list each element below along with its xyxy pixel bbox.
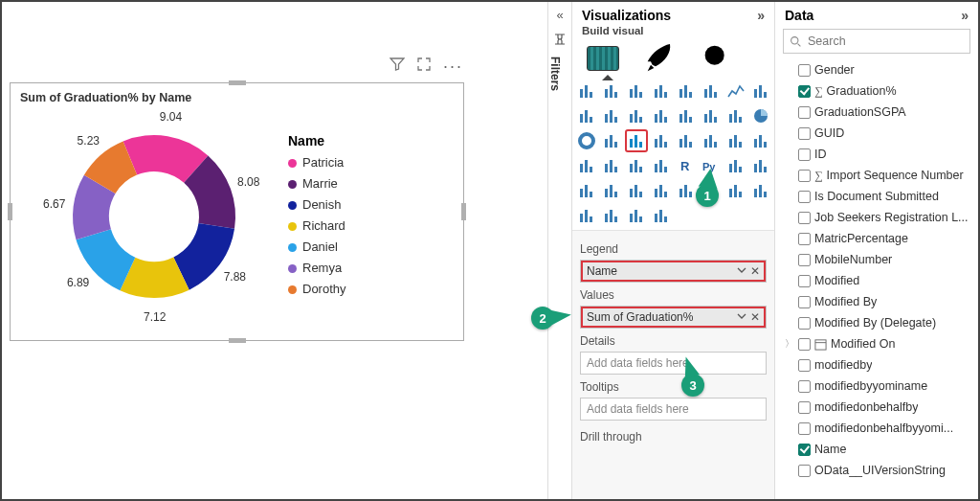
viz-type-decomposition[interactable] — [750, 155, 771, 176]
field-checkbox[interactable] — [798, 64, 811, 77]
viz-type-area-stack[interactable] — [576, 105, 597, 126]
field-checkbox[interactable] — [798, 191, 811, 203]
viz-type-area[interactable] — [750, 80, 771, 102]
legend-item[interactable]: Marrie — [288, 173, 346, 194]
field-checkbox[interactable] — [798, 401, 811, 414]
field-row[interactable]: Modified By — [775, 291, 978, 312]
tab-build-visual[interactable] — [584, 42, 622, 75]
viz-type-waterfall[interactable] — [676, 105, 697, 126]
field-row[interactable]: modifiedonbehalfby — [775, 397, 978, 418]
search-input[interactable]: Search — [783, 29, 970, 54]
field-checkbox[interactable] — [798, 254, 811, 266]
field-checkbox[interactable] — [798, 444, 811, 456]
viz-type-treemap[interactable] — [601, 130, 622, 151]
legend-item[interactable]: Denish — [288, 194, 346, 216]
viz-type-map[interactable] — [626, 130, 647, 151]
viz-type-r[interactable]: R — [676, 155, 697, 176]
viz-type-donut[interactable] — [576, 130, 597, 151]
field-checkbox[interactable] — [798, 296, 811, 308]
tooltips-well-placeholder[interactable]: Add data fields here — [580, 398, 767, 421]
field-row[interactable]: ∑Graduation% — [775, 80, 978, 102]
viz-type-bars-v[interactable] — [576, 80, 597, 102]
resize-handle-right[interactable] — [461, 203, 466, 220]
field-checkbox[interactable] — [798, 148, 811, 161]
viz-type-more1[interactable] — [725, 180, 746, 201]
remove-field-icon[interactable]: ✕ — [750, 310, 760, 324]
viz-type-bars-100[interactable] — [676, 80, 697, 102]
expand-filters-icon[interactable]: « — [548, 8, 571, 22]
donut-chart[interactable]: 9.048.087.887.126.896.675.23 — [20, 106, 288, 327]
viz-type-table[interactable] — [626, 155, 647, 176]
viz-type-azure-map[interactable] — [676, 130, 697, 151]
field-checkbox[interactable] — [798, 170, 811, 182]
details-well-placeholder[interactable]: Add data fields here — [580, 352, 767, 375]
viz-type-kpi[interactable] — [576, 155, 597, 176]
resize-handle-left[interactable] — [8, 203, 12, 220]
field-row[interactable]: OData__UIVersionString — [775, 460, 978, 481]
field-checkbox[interactable] — [798, 275, 811, 287]
remove-field-icon[interactable]: ✕ — [750, 264, 760, 278]
viz-type-funnel[interactable] — [701, 105, 722, 126]
field-checkbox[interactable] — [798, 127, 811, 140]
legend-item[interactable]: Richard — [288, 216, 346, 237]
field-list[interactable]: Gender∑Graduation%GraduationSGPAGUIDID∑I… — [775, 57, 978, 500]
field-checkbox[interactable] — [798, 465, 811, 477]
chevron-right-icon[interactable]: 〉 — [785, 337, 794, 351]
filter-icon[interactable] — [390, 57, 405, 76]
report-canvas[interactable]: ··· Sum of Graduation% by Name 9.048.087… — [2, 2, 547, 500]
tab-analytics[interactable] — [699, 42, 737, 75]
viz-type-powerapps[interactable] — [676, 180, 697, 201]
field-checkbox[interactable] — [798, 85, 811, 98]
chevron-down-icon[interactable] — [737, 310, 746, 324]
field-checkbox[interactable] — [798, 106, 811, 119]
viz-type-custom2[interactable] — [601, 205, 622, 226]
collapse-data-icon[interactable]: » — [961, 8, 969, 23]
field-row[interactable]: GUID — [775, 123, 978, 144]
chevron-down-icon[interactable] — [737, 264, 746, 278]
field-row[interactable]: ID — [775, 144, 978, 165]
field-row[interactable]: Modified — [775, 270, 978, 291]
resize-handle-top[interactable] — [229, 80, 246, 85]
field-row[interactable]: modifiedonbehalfbyyomi... — [775, 418, 978, 439]
collapse-visualizations-icon[interactable]: » — [757, 8, 765, 23]
field-row[interactable]: Name — [775, 439, 978, 460]
viz-type-bars-h[interactable] — [626, 80, 647, 102]
viz-type-arcgis[interactable] — [651, 180, 672, 201]
viz-type-paginated[interactable] — [626, 180, 647, 201]
field-row[interactable]: modifiedbyyominame — [775, 376, 978, 397]
viz-type-filled-map[interactable] — [651, 130, 672, 151]
legend-item[interactable]: Daniel — [288, 237, 346, 258]
viz-type-multi-card[interactable] — [750, 130, 771, 151]
filters-pane-collapsed[interactable]: « Filters — [547, 2, 572, 500]
values-well-field[interactable]: Sum of Graduation% ✕ — [580, 306, 767, 329]
legend-item[interactable]: Dorothy — [288, 279, 346, 300]
viz-type-line-chart[interactable] — [725, 80, 746, 102]
focus-mode-icon[interactable] — [416, 57, 432, 76]
viz-type-bars-h100[interactable] — [701, 80, 722, 102]
field-row[interactable]: Is Document Submitted — [775, 186, 978, 207]
field-checkbox[interactable] — [798, 359, 811, 372]
field-row[interactable]: modifiedby — [775, 354, 978, 376]
resize-handle-bottom[interactable] — [229, 338, 246, 343]
viz-type-custom3[interactable] — [626, 205, 647, 226]
field-row[interactable]: GraduationSGPA — [775, 102, 978, 123]
filters-icon[interactable] — [548, 32, 571, 51]
viz-type-combo1[interactable] — [601, 105, 622, 126]
viz-type-qna[interactable] — [576, 180, 597, 201]
legend-well-field[interactable]: Name ✕ — [580, 260, 767, 283]
field-checkbox[interactable] — [798, 317, 811, 330]
viz-type-pie[interactable] — [750, 105, 771, 126]
viz-type-ribbon[interactable] — [651, 105, 672, 126]
viz-type-get-more[interactable] — [651, 205, 672, 226]
field-checkbox[interactable] — [798, 212, 811, 224]
visual-tile[interactable]: ··· Sum of Graduation% by Name 9.048.087… — [10, 82, 464, 341]
field-checkbox[interactable] — [798, 233, 811, 245]
viz-type-bars-v-stack[interactable] — [601, 80, 622, 102]
field-row[interactable]: MatricPercentage — [775, 228, 978, 249]
legend-item[interactable]: Remya — [288, 258, 346, 279]
viz-type-key-inf[interactable] — [725, 155, 746, 176]
viz-type-matrix[interactable] — [651, 155, 672, 176]
field-row[interactable]: MobileNumber — [775, 249, 978, 270]
viz-type-slicer[interactable] — [601, 155, 622, 176]
field-checkbox[interactable] — [798, 422, 811, 435]
